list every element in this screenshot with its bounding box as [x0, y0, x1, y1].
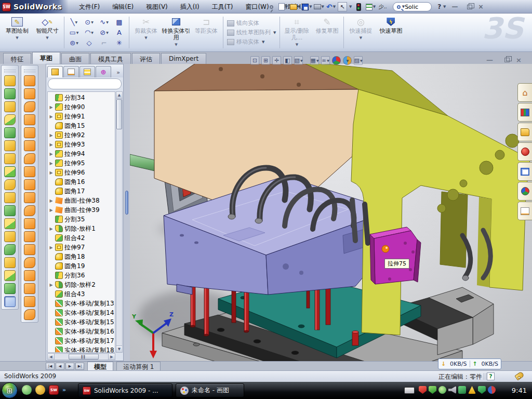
- feature-tool-icon[interactable]: [4, 114, 16, 125]
- rapid-sketch-button[interactable]: ϟ 快速草图: [376, 15, 406, 50]
- surface-tool-icon[interactable]: [24, 309, 35, 320]
- menu-item[interactable]: 编辑(E): [106, 1, 140, 13]
- zoom-fit-icon[interactable]: ⊡: [250, 56, 259, 65]
- help-button[interactable]: ?: [437, 3, 441, 10]
- zoom-selected-icon[interactable]: ✛: [272, 56, 281, 65]
- taskbar-button-solidworks[interactable]: SW SolidWorks 2009 - ...: [78, 383, 172, 397]
- feature-tool-icon[interactable]: [4, 88, 16, 99]
- feature-tree-item[interactable]: ▶ 分割35: [49, 215, 115, 224]
- feature-tree-item[interactable]: ▶ 曲面-拉伸39: [49, 205, 115, 215]
- surface-tool-icon[interactable]: [24, 192, 35, 203]
- model-tab[interactable]: 模型: [87, 362, 113, 370]
- expander-icon[interactable]: ▶: [49, 161, 54, 166]
- view-palette-tab[interactable]: [517, 162, 532, 181]
- text-tool-icon[interactable]: A: [112, 28, 126, 37]
- tab-scroll-next-icon[interactable]: ▶: [65, 363, 74, 370]
- ribbon-tab[interactable]: 模具工具: [90, 53, 131, 64]
- close-button[interactable]: ×: [476, 3, 486, 11]
- display-style-icon[interactable]: ▦▼: [310, 56, 319, 65]
- tree-horizontal-scrollbar[interactable]: ◀ ▌▌ ▶: [47, 353, 115, 360]
- pin-icon[interactable]: [266, 2, 276, 11]
- feature-tree-item[interactable]: ▶ 切除-放样1: [49, 224, 115, 233]
- polygon-tool-icon[interactable]: ◇: [82, 38, 96, 48]
- feature-tree-item[interactable]: ▶ 拉伸90: [49, 102, 115, 112]
- edit-appearance-icon[interactable]: [332, 56, 341, 65]
- section-view-icon[interactable]: ◧: [283, 56, 292, 65]
- hide-show-items-icon[interactable]: ∞▼: [321, 56, 330, 65]
- dimxpert-manager-tab[interactable]: ⊕: [96, 66, 111, 77]
- appearances-tab[interactable]: [517, 182, 532, 201]
- surface-tool-icon[interactable]: [24, 231, 35, 242]
- spline-tool-icon[interactable]: ∿▼: [97, 18, 111, 27]
- surface-tool-icon[interactable]: [24, 244, 35, 255]
- tree-filter-input[interactable]: [54, 81, 121, 87]
- feature-tool-icon[interactable]: [4, 205, 16, 216]
- arc-tool-icon[interactable]: ◠▼: [82, 28, 96, 37]
- smart-dimension-button[interactable]: ◇✎ 智能尺寸▼: [32, 15, 62, 50]
- surface-tool-icon[interactable]: [24, 140, 35, 151]
- move-entities-button[interactable]: 移动实体▼: [227, 38, 276, 46]
- feature-tree-item[interactable]: ▶ 分割34: [49, 93, 115, 102]
- feature-tree-item[interactable]: ▶ 组合42: [49, 233, 115, 243]
- surface-tool-icon[interactable]: [24, 283, 35, 294]
- sketch-fillet-tool-icon[interactable]: ⌐: [97, 38, 111, 48]
- tree-vertical-scrollbar[interactable]: ▲ ▼: [116, 91, 123, 353]
- splitter-handle[interactable]: [125, 191, 128, 215]
- feature-tool-icon[interactable]: [4, 283, 16, 294]
- feature-tool-icon[interactable]: [4, 140, 16, 151]
- model-canvas[interactable]: X Y Z: [130, 64, 532, 361]
- restore-button[interactable]: [467, 5, 472, 9]
- sketch-button[interactable]: ✎ 草图绘制▼: [2, 15, 32, 50]
- feature-tree-item[interactable]: ▶ 圆角19: [49, 261, 115, 271]
- custom-properties-tab[interactable]: [517, 202, 532, 220]
- feature-tree-item[interactable]: ▶ 拉伸96: [49, 168, 115, 177]
- tag-icon[interactable]: [514, 371, 524, 380]
- feature-tool-icon[interactable]: [4, 257, 16, 268]
- feature-tree-item[interactable]: ▶ 拉伸95: [49, 158, 115, 168]
- apply-scene-icon[interactable]: ▼: [343, 56, 352, 65]
- surface-tool-icon[interactable]: [24, 296, 35, 307]
- menu-item[interactable]: 工具(T): [206, 1, 240, 13]
- scroll-up-icon[interactable]: ▲: [116, 92, 122, 99]
- badge-icon[interactable]: [438, 386, 446, 394]
- tab-scroll-prev-icon[interactable]: ◀: [56, 363, 64, 370]
- start-button[interactable]: ⊞: [2, 382, 18, 398]
- feature-tree-item[interactable]: ▶ 圆角18: [49, 252, 115, 261]
- feature-tree-item[interactable]: ▶ 实体-移动/复制13: [49, 299, 115, 308]
- surface-tool-icon[interactable]: [24, 75, 35, 86]
- tree-filter-box[interactable]: [48, 78, 122, 89]
- new-document-icon[interactable]: ▼: [278, 2, 288, 11]
- feature-tool-icon[interactable]: [4, 166, 16, 177]
- print-icon[interactable]: ▼: [314, 2, 324, 11]
- surface-tool-icon[interactable]: [24, 153, 35, 164]
- quick-launch-overflow-icon[interactable]: »: [62, 387, 66, 393]
- ellipse-tool-icon[interactable]: ⊘▼: [97, 28, 111, 37]
- surface-tool-icon[interactable]: [24, 179, 35, 190]
- feature-tool-icon[interactable]: [4, 179, 16, 190]
- feature-tree-item[interactable]: ▶ 曲面-拉伸38: [49, 196, 115, 205]
- im-app-icon[interactable]: [22, 385, 32, 395]
- convert-entities-button[interactable]: 转换实体引用▼: [161, 15, 191, 50]
- ribbon-tab[interactable]: 特征: [3, 53, 31, 64]
- feature-tree-item[interactable]: ▶ 实体-移动/复制15: [49, 317, 115, 327]
- select-icon[interactable]: ↖: [338, 2, 347, 11]
- expander-icon[interactable]: ▶: [49, 114, 54, 119]
- circle-tool-icon[interactable]: ⊙▼: [82, 18, 96, 27]
- feature-tool-icon[interactable]: [4, 127, 16, 138]
- linear-sketch-pattern-button[interactable]: 线性草图阵列▼: [227, 29, 276, 36]
- expander-icon[interactable]: ▶: [49, 283, 54, 287]
- solidworks-resources-tab[interactable]: ⌂: [517, 83, 532, 102]
- warning-icon[interactable]: [468, 386, 476, 394]
- minimize-button[interactable]: —: [450, 3, 460, 11]
- mirror-entities-button[interactable]: 镜向实体: [227, 19, 276, 27]
- display-delete-relations-button[interactable]: ⌗ 显示/删除几...▼: [282, 15, 312, 50]
- ribbon-tab[interactable]: DimXpert: [161, 53, 206, 64]
- menu-item[interactable]: 视图(V): [140, 1, 174, 13]
- search-input[interactable]: [405, 4, 428, 10]
- surface-tool-icon[interactable]: [24, 127, 35, 138]
- scroll-right-icon[interactable]: ▶: [108, 354, 115, 360]
- surface-tool-icon[interactable]: [24, 205, 35, 216]
- measure-tool-icon[interactable]: [4, 296, 16, 307]
- expander-icon[interactable]: ▶: [49, 198, 54, 203]
- slot-tool-icon[interactable]: ⊜▼: [67, 38, 81, 48]
